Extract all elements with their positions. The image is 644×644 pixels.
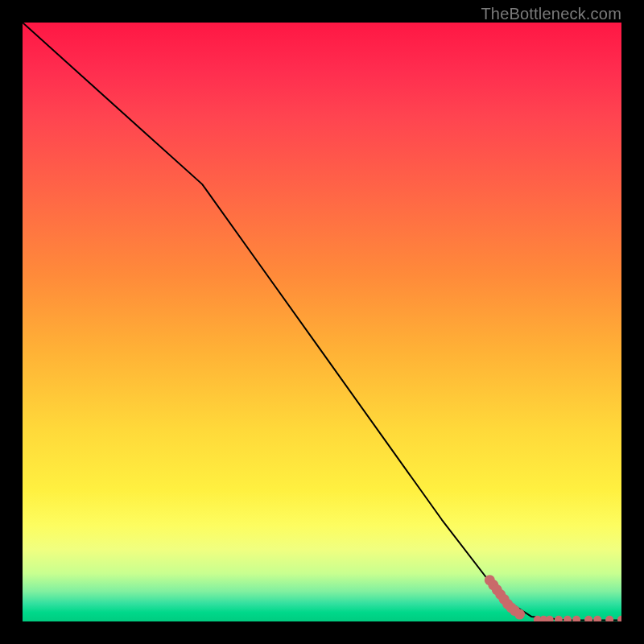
marker-point: [605, 616, 613, 621]
plot-area: [23, 23, 621, 621]
curve-line: [23, 23, 621, 621]
markers-tail: [534, 616, 621, 621]
watermark-text: TheBottleneck.com: [481, 5, 621, 23]
marker-point: [514, 609, 525, 620]
chart-frame: TheBottleneck.com: [0, 0, 644, 644]
markers-segment: [485, 575, 525, 619]
marker-point: [546, 616, 554, 621]
marker-point: [593, 616, 601, 621]
marker-point: [564, 616, 572, 621]
chart-overlay: [23, 23, 621, 621]
marker-point: [584, 616, 592, 621]
marker-point: [555, 616, 563, 621]
marker-point: [572, 616, 580, 621]
marker-point: [617, 616, 621, 621]
